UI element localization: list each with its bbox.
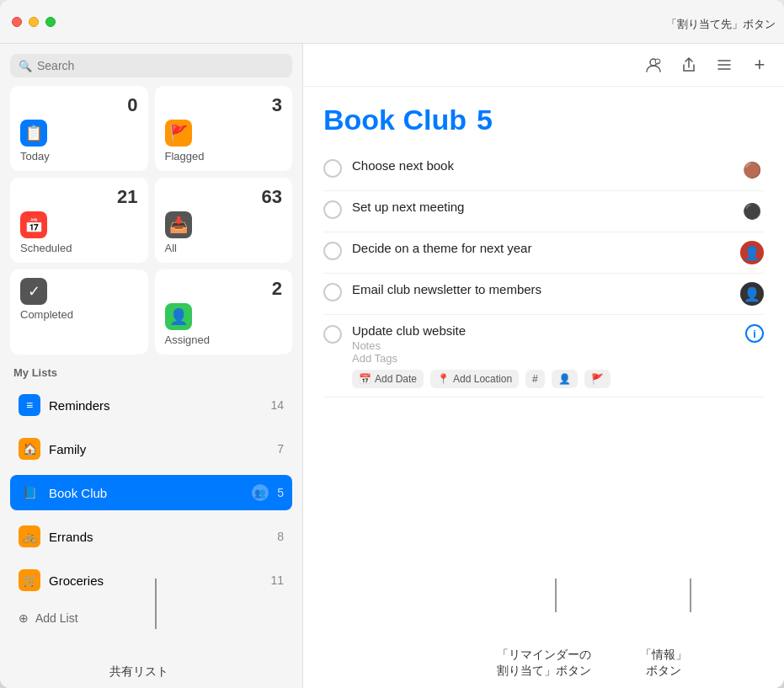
smart-tile-completed[interactable]: ✓ Completed <box>10 269 148 355</box>
add-date-label: Add Date <box>375 373 417 385</box>
assigned-icon: 👤 <box>165 303 192 330</box>
maximize-button[interactable] <box>45 17 56 27</box>
task-details-1: Choose next book <box>352 158 730 173</box>
bookclub-count: 5 <box>277 486 284 499</box>
search-icon: 🔍 <box>19 60 32 72</box>
smart-tile-flagged[interactable]: 3 🚩 Flagged <box>155 86 293 171</box>
shared-badge: 👥 <box>252 484 269 501</box>
traffic-lights <box>12 17 56 27</box>
sidebar-item-bookclub[interactable]: 📘 Book Club 👥 5 <box>10 475 292 510</box>
assign-task-icon: 👤 <box>558 373 571 385</box>
avatar-1: 🟤 <box>740 158 764 182</box>
reminders-name: Reminders <box>49 398 262 413</box>
close-button[interactable] <box>12 17 22 27</box>
scheduled-icon: 📅 <box>20 211 47 238</box>
add-reminder-button[interactable]: + <box>747 52 772 77</box>
location-icon: 📍 <box>437 373 450 385</box>
sidebar-item-groceries[interactable]: 🛒 Groceries 11 <box>10 563 292 598</box>
task-row: Email club newsletter to members 👤 <box>323 274 764 315</box>
smart-tile-today[interactable]: 0 📋 Today <box>10 86 148 171</box>
groceries-icon: 🛒 <box>19 569 40 591</box>
avatar-3: 👤 <box>740 241 764 264</box>
tasks-area: Book Club 5 Choose next book 🟤 <box>323 104 764 671</box>
task-notes-5[interactable]: Notes <box>352 339 735 352</box>
assign-button[interactable]: + <box>641 52 666 77</box>
task-row: Update club website Notes Add Tags 📅 Add… <box>323 315 764 397</box>
add-list-label: Add List <box>35 611 78 625</box>
add-list-button[interactable]: ⊕ Add List <box>10 606 292 630</box>
task-details-4: Email club newsletter to members <box>352 282 730 296</box>
assigned-label: Assigned <box>165 333 283 346</box>
bookclub-icon: 📘 <box>19 482 40 504</box>
task-name-1: Choose next book <box>352 158 730 173</box>
all-count: 63 <box>165 186 283 208</box>
annotation-top-right: 「割り当て先」ボタン <box>666 17 776 32</box>
task-checkbox-2[interactable] <box>323 200 342 219</box>
today-label: Today <box>20 150 138 163</box>
family-count: 7 <box>277 442 284 456</box>
assign-task-button[interactable]: 👤 <box>552 370 578 388</box>
all-icon: 📥 <box>165 211 192 238</box>
groceries-name: Groceries <box>49 573 262 588</box>
add-location-button[interactable]: 📍 Add Location <box>430 370 519 388</box>
minimize-button[interactable] <box>29 17 39 27</box>
flag-task-button[interactable]: 🚩 <box>584 370 611 388</box>
add-tag-button[interactable]: # <box>525 370 545 388</box>
smart-tile-assigned[interactable]: 2 👤 Assigned <box>155 269 293 355</box>
all-label: All <box>165 242 283 254</box>
scheduled-count: 21 <box>20 186 138 208</box>
today-icon: 📋 <box>20 120 47 147</box>
errands-icon: 🚲 <box>19 525 40 547</box>
task-tags-5[interactable]: Add Tags <box>352 352 735 365</box>
main-content: + + <box>303 44 784 688</box>
reminders-window: 🔍 0 📋 Today 3 🚩 Flagged <box>0 0 784 688</box>
flag-task-icon: 🚩 <box>591 373 604 385</box>
search-input[interactable] <box>37 59 284 72</box>
app-content: 🔍 0 📋 Today 3 🚩 Flagged <box>0 44 784 688</box>
task-name-5: Update club website <box>352 323 735 338</box>
add-list-icon: ⊕ <box>19 611 29 625</box>
my-lists-section-title: My Lists <box>10 363 292 379</box>
list-view-button[interactable] <box>712 52 737 77</box>
list-title: Book Club <box>323 104 467 136</box>
scheduled-label: Scheduled <box>20 242 138 254</box>
smart-tile-scheduled[interactable]: 21 📅 Scheduled <box>10 178 148 263</box>
task-checkbox-3[interactable] <box>323 242 342 260</box>
tag-icon: # <box>532 373 538 385</box>
task-checkbox-4[interactable] <box>323 283 342 301</box>
flagged-icon: 🚩 <box>165 120 192 147</box>
sidebar-item-family[interactable]: 🏠 Family 7 <box>10 431 292 467</box>
task-name-2: Set up next meeting <box>352 200 730 214</box>
list-count-badge: 5 <box>477 104 493 136</box>
share-button[interactable] <box>676 52 701 77</box>
task-details-3: Decide on a theme for next year <box>352 241 730 255</box>
task-details-2: Set up next meeting <box>352 200 730 214</box>
calendar-icon: 📅 <box>359 373 371 385</box>
groceries-count: 11 <box>270 573 284 587</box>
task-checkbox-1[interactable] <box>323 159 342 178</box>
smart-tile-all[interactable]: 63 📥 All <box>155 178 293 263</box>
assigned-count: 2 <box>165 278 283 300</box>
reminders-icon: ≡ <box>19 394 40 416</box>
add-date-button[interactable]: 📅 Add Date <box>352 370 424 388</box>
search-bar[interactable]: 🔍 <box>10 54 292 77</box>
sidebar-item-reminders[interactable]: ≡ Reminders 14 <box>10 387 292 423</box>
flagged-label: Flagged <box>165 150 283 163</box>
reminders-count: 14 <box>270 398 284 412</box>
main-toolbar: + + <box>303 44 784 87</box>
sidebar: 🔍 0 📋 Today 3 🚩 Flagged <box>0 44 303 688</box>
avatar-2: ⚫ <box>740 200 764 223</box>
errands-count: 8 <box>277 530 284 543</box>
completed-icon: ✓ <box>20 278 47 305</box>
task-row: Set up next meeting ⚫ <box>323 191 764 232</box>
add-location-label: Add Location <box>453 373 512 385</box>
svg-text:+: + <box>657 60 660 65</box>
sidebar-item-errands[interactable]: 🚲 Errands 8 <box>10 519 292 554</box>
task-info-button[interactable]: i <box>745 324 764 343</box>
task-name-3: Decide on a theme for next year <box>352 241 730 255</box>
task-checkbox-5[interactable] <box>323 325 342 344</box>
task-actions-5: 📅 Add Date 📍 Add Location # <box>352 370 735 388</box>
smart-lists-grid: 0 📋 Today 3 🚩 Flagged 21 📅 Scheduled <box>10 86 292 355</box>
flagged-count: 3 <box>165 94 283 116</box>
completed-label: Completed <box>20 308 138 321</box>
